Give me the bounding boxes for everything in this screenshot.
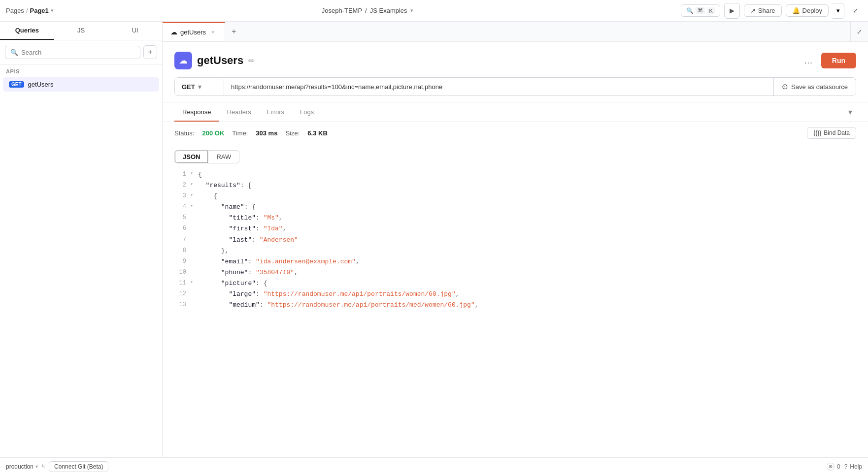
json-line: 2 ▾ "results": [: [174, 180, 856, 191]
env-chevron-icon: ▾: [35, 464, 38, 469]
collapse-arrow[interactable]: ▾: [190, 202, 198, 210]
bind-data-label: Bind Data: [824, 129, 850, 136]
line-arrow-spacer: [190, 256, 198, 265]
line-content: "last": "Andersen": [198, 235, 856, 246]
query-panel: ☁ getUsers ✏ … Run GET ▾ ⊙ Save as datas…: [163, 42, 868, 102]
env-label: production: [6, 463, 33, 470]
sidebar-tab-queries[interactable]: Queries: [0, 22, 54, 40]
line-number: 6: [174, 223, 190, 233]
query-title-row: ☁ getUsers ✏ … Run: [174, 52, 856, 69]
edit-icon[interactable]: ✏: [248, 56, 255, 65]
line-content: },: [198, 246, 856, 256]
sidebar-tab-ui[interactable]: UI: [108, 22, 162, 40]
line-number: 5: [174, 213, 190, 222]
breadcrumb: Pages / Page1 ▾: [6, 7, 54, 14]
json-line: 1 ▾ {: [174, 169, 856, 180]
more-options-button[interactable]: …: [801, 53, 816, 68]
sidebar: Queries JS UI 🔍 + APIs GET getUsers: [0, 22, 163, 457]
content-area: ☁ getUsers × + ⤢ ☁ getUsers ✏ … Run GET …: [163, 22, 868, 457]
help-label: Help: [850, 463, 862, 470]
response-tab-logs[interactable]: Logs: [292, 102, 322, 122]
sidebar-search-row: 🔍 +: [0, 40, 162, 64]
format-raw-button[interactable]: RAW: [208, 150, 239, 163]
play-icon: ▶: [730, 7, 734, 14]
tab-add-button[interactable]: +: [225, 22, 243, 41]
share-button[interactable]: ↗ Share: [744, 4, 782, 17]
time-value: 303 ms: [256, 129, 277, 137]
run-button[interactable]: Run: [821, 53, 856, 68]
search-input[interactable]: [21, 49, 135, 56]
deploy-button[interactable]: 🔔 Deploy: [786, 4, 829, 17]
tab-cloud-icon: ☁: [170, 28, 177, 36]
connect-git-button[interactable]: Connect Git (Beta): [49, 461, 108, 472]
line-number: 10: [174, 267, 190, 277]
collapse-icon[interactable]: ▾: [844, 103, 856, 121]
collapse-arrow[interactable]: ▾: [190, 180, 198, 189]
search-icon: 🔍: [10, 49, 18, 56]
error-circle-icon: ⊗: [827, 463, 835, 471]
save-datasource-label: Save as datasource: [791, 83, 848, 91]
json-line: 8 },: [174, 246, 856, 256]
save-datasource-button[interactable]: ⊙ Save as datasource: [773, 78, 856, 95]
sidebar-item-label: getUsers: [28, 81, 54, 88]
json-line: 6 "first": "Ida",: [174, 223, 856, 234]
method-select[interactable]: GET ▾: [175, 79, 224, 95]
help-button[interactable]: ? Help: [844, 463, 862, 470]
breadcrumb-current[interactable]: Page1: [30, 7, 49, 14]
breadcrumb-pages[interactable]: Pages: [6, 7, 24, 14]
expand-icon[interactable]: ⤢: [848, 4, 862, 18]
collapse-arrow[interactable]: ▾: [190, 191, 198, 199]
line-number: 2: [174, 180, 190, 190]
line-arrow-spacer: [190, 235, 198, 243]
tab-expand-icon[interactable]: ⤢: [850, 22, 868, 41]
json-line: 13 "medium": "https://randomuser.me/api/…: [174, 300, 856, 311]
bind-data-button[interactable]: {{}} Bind Data: [807, 127, 856, 139]
global-search-button[interactable]: 🔍 ⌘ K: [681, 4, 720, 17]
help-icon: ?: [844, 463, 848, 470]
method-label: GET: [182, 83, 195, 91]
line-arrow-spacer: [190, 300, 198, 308]
collapse-arrow[interactable]: ▾: [190, 278, 198, 286]
add-query-button[interactable]: +: [143, 45, 157, 59]
method-chevron-icon: ▾: [198, 83, 201, 91]
json-line: 10 "phone": "35804710",: [174, 267, 856, 278]
tab-getusers[interactable]: ☁ getUsers ×: [163, 22, 225, 41]
response-tab-headers[interactable]: Headers: [219, 102, 259, 122]
errors-count: 0: [837, 463, 840, 470]
line-content: "phone": "35804710",: [198, 267, 856, 278]
status-label: Status:: [174, 129, 194, 137]
line-content: "medium": "https://randomuser.me/api/por…: [198, 300, 856, 311]
line-content: "first": "Ida",: [198, 223, 856, 234]
run-icon-button[interactable]: ▶: [724, 3, 740, 19]
share-icon: ↗: [750, 7, 756, 14]
tab-close-icon[interactable]: ×: [209, 28, 217, 36]
json-line: 5 "title": "Ms",: [174, 213, 856, 223]
url-row: GET ▾ ⊙ Save as datasource: [174, 77, 856, 96]
deploy-chevron-button[interactable]: ▾: [833, 3, 844, 19]
bottom-bar: production ▾ ⑂ Connect Git (Beta) ⊗ 0 ? …: [0, 457, 868, 475]
response-area: Response Headers Errors Logs ▾ Status: 2…: [163, 102, 868, 457]
app-chevron-icon[interactable]: ▾: [410, 7, 413, 14]
sidebar-tab-js[interactable]: JS: [54, 22, 108, 40]
search-kbd2: K: [707, 7, 714, 14]
response-tabs-row: Response Headers Errors Logs ▾: [163, 102, 868, 122]
line-number: 9: [174, 256, 190, 266]
line-content: "large": "https://randomuser.me/api/port…: [198, 289, 856, 300]
deploy-label: Deploy: [802, 7, 822, 14]
line-number: 12: [174, 289, 190, 299]
json-line: 11 ▾ "picture": {: [174, 278, 856, 289]
url-input[interactable]: [224, 79, 773, 95]
format-json-button[interactable]: JSON: [174, 150, 208, 163]
line-number: 4: [174, 202, 190, 212]
size-value: 6.3 KB: [307, 129, 327, 137]
line-arrow-spacer: [190, 289, 198, 297]
response-tab-errors[interactable]: Errors: [259, 102, 292, 122]
breadcrumb-chevron-icon[interactable]: ▾: [51, 7, 54, 14]
sidebar-search-box[interactable]: 🔍: [5, 46, 140, 59]
workspace-label: Joseph-TEMP: [322, 7, 362, 14]
line-number: 11: [174, 278, 190, 288]
environment-selector[interactable]: production ▾: [6, 463, 38, 470]
sidebar-item-getusers[interactable]: GET getUsers: [3, 77, 159, 92]
collapse-arrow[interactable]: ▾: [190, 169, 198, 178]
response-tab-response[interactable]: Response: [174, 102, 219, 122]
